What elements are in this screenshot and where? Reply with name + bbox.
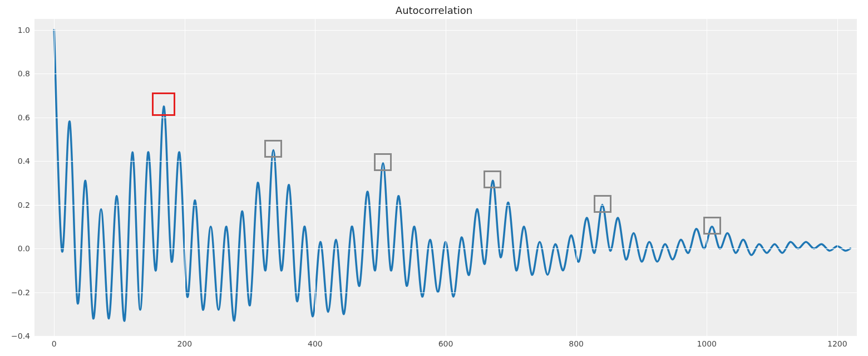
- x-tick-label: 600: [438, 336, 453, 348]
- grid-line-v: [707, 19, 707, 336]
- y-tick-label: 0.2: [18, 201, 34, 209]
- x-tick-label: 1000: [697, 336, 717, 348]
- y-tick-label: 0.4: [18, 157, 34, 165]
- x-tick-label: 800: [569, 336, 584, 348]
- peak-box: [594, 195, 611, 213]
- y-tick-label: 0.0: [18, 244, 34, 253]
- peak-box: [264, 140, 282, 158]
- y-tick-label: −0.4: [11, 331, 34, 340]
- grid-line-v: [54, 19, 55, 336]
- x-tick-label: 400: [308, 336, 323, 348]
- grid-line-v: [446, 19, 446, 336]
- y-tick-label: 0.6: [18, 113, 34, 122]
- figure: Autocorrelation −0.4−0.20.00.20.40.60.81…: [0, 0, 868, 356]
- peak-box: [374, 153, 392, 171]
- y-tick-label: −0.2: [11, 288, 34, 297]
- grid-line-v: [185, 19, 185, 336]
- x-tick-label: 0: [52, 336, 57, 348]
- peak-box: [703, 217, 721, 235]
- x-tick-label: 1200: [827, 336, 847, 348]
- x-tick-label: 200: [177, 336, 192, 348]
- plot-area: −0.4−0.20.00.20.40.60.81.002004006008001…: [34, 19, 857, 336]
- peak-box: [484, 170, 501, 188]
- y-tick-label: 0.8: [18, 69, 34, 78]
- grid-line-v: [576, 19, 577, 336]
- grid-line-v: [315, 19, 315, 336]
- chart-title: Autocorrelation: [0, 4, 868, 16]
- grid-line-v: [837, 19, 838, 336]
- y-tick-label: 1.0: [18, 26, 34, 35]
- peak-box-primary: [152, 92, 175, 116]
